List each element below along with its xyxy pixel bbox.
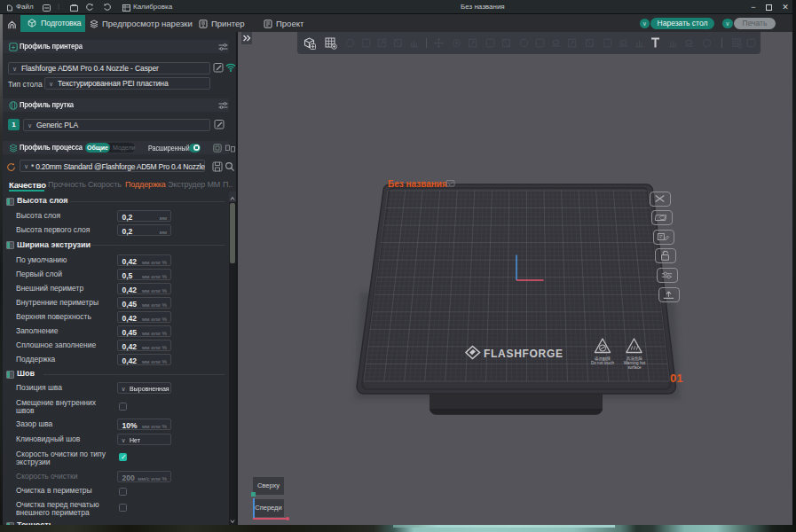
svg-text:01: 01 bbox=[670, 372, 682, 385]
svg-text:Do not touch: Do not touch bbox=[591, 361, 614, 365]
svg-text:FLASHFORGE: FLASHFORGE bbox=[484, 348, 564, 360]
svg-text:surface: surface bbox=[627, 365, 642, 370]
svg-text:Без названия: Без названия bbox=[388, 179, 447, 189]
